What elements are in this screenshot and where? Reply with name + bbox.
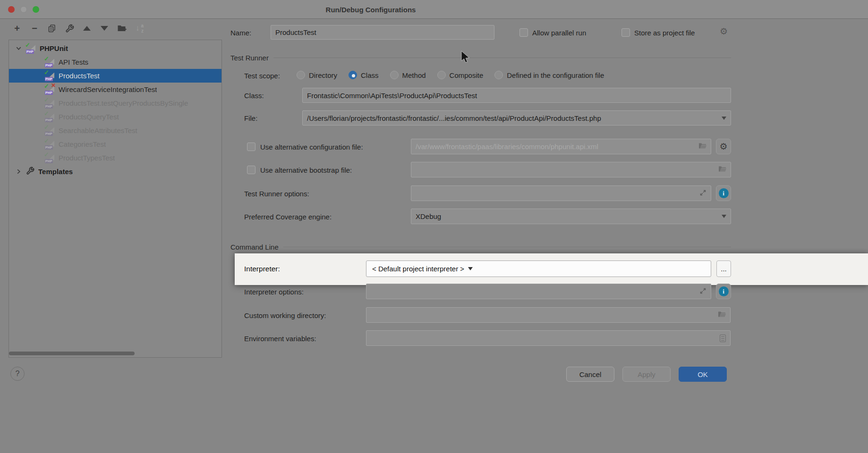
- open-folder-icon[interactable]: [718, 311, 726, 319]
- tree-item-label: ProductTypesTest: [59, 154, 115, 162]
- use-alternative-bootstrap-file-label: Use alternative bootstrap file:: [260, 166, 352, 174]
- environment-variables-input[interactable]: [366, 330, 731, 346]
- radio-icon[interactable]: [494, 71, 503, 79]
- radio-label: Composite: [450, 71, 484, 79]
- tree-item-label: ProductsQueryTest: [59, 113, 119, 121]
- config-tree: PHP✓PHPUnitPHP✓API TestsPHP✓ProductsTest…: [9, 40, 222, 358]
- tree-item-categoriestest[interactable]: PHP✓CategoriesTest: [9, 137, 221, 151]
- tree-item-label: WirecardServiceIntegrationTest: [59, 85, 157, 93]
- radio-icon[interactable]: [437, 71, 446, 79]
- move-down-icon[interactable]: [99, 23, 110, 34]
- tree-item-label: API Tests: [59, 58, 88, 66]
- environment-variables-label: Environment variables:: [244, 335, 316, 343]
- copy-icon[interactable]: [46, 23, 58, 34]
- configuration-settings-button[interactable]: ⚙: [716, 139, 731, 154]
- interpreter-options-label: Interpreter options:: [244, 288, 304, 296]
- use-alternative-bootstrap-file-checkbox[interactable]: [247, 166, 255, 174]
- open-folder-icon[interactable]: [698, 143, 706, 151]
- store-as-project-file-label: Store as project file: [634, 29, 695, 37]
- move-up-icon[interactable]: [81, 23, 93, 34]
- tree-item-productsquerytest[interactable]: PHP✓ProductsQueryTest: [9, 110, 221, 124]
- interpreter-options-input[interactable]: [366, 284, 711, 299]
- test-scope-label: Test scope:: [244, 72, 280, 80]
- info-icon: i: [719, 188, 729, 198]
- test-scope-radio-method[interactable]: Method: [390, 71, 426, 79]
- phpunit-failed-icon: PHP✓✕: [45, 85, 55, 94]
- store-as-project-file-checkbox[interactable]: [621, 28, 630, 37]
- tree-item-templates[interactable]: Templates: [9, 165, 221, 178]
- tree-horizontal-scrollbar[interactable]: [9, 352, 135, 355]
- command-line-section-header: Command Line: [230, 243, 731, 251]
- radio-icon[interactable]: [390, 71, 399, 79]
- test-scope-radio-directory[interactable]: Directory: [297, 71, 337, 79]
- test-runner-options-input[interactable]: [411, 185, 711, 201]
- ok-button[interactable]: OK: [679, 367, 727, 382]
- tree-item-label: Templates: [38, 168, 73, 176]
- tree-item-productstest-testqueryproductsbysingle[interactable]: PHP✓ProductsTest.testQueryProductsBySing…: [9, 96, 221, 110]
- radio-icon[interactable]: [349, 71, 357, 79]
- tree-item-label: PHPUnit: [40, 44, 68, 52]
- test-scope-radio-composite[interactable]: Composite: [437, 71, 484, 79]
- use-alternative-configuration-file-checkbox[interactable]: [247, 143, 255, 151]
- close-window-button[interactable]: [8, 6, 15, 13]
- edit-defaults-wrench-icon[interactable]: [64, 23, 75, 34]
- gear-icon: ⚙: [719, 142, 727, 151]
- new-folder-icon[interactable]: [116, 23, 128, 34]
- interpreter-combobox[interactable]: < Default project interpreter >: [366, 260, 711, 277]
- use-alternative-configuration-file-label: Use alternative configuration file:: [260, 143, 363, 151]
- store-options-gear-icon[interactable]: ⚙: [720, 27, 728, 36]
- help-button[interactable]: ?: [10, 367, 25, 381]
- custom-working-directory-input[interactable]: [366, 307, 731, 323]
- interpreter-label: Interpreter:: [244, 265, 280, 273]
- radio-label: Directory: [309, 71, 337, 79]
- preferred-coverage-engine-combobox[interactable]: XDebug: [411, 209, 731, 224]
- phpunit-icon: PHP✓: [45, 153, 55, 163]
- alternative-bootstrap-file-input[interactable]: [411, 162, 731, 177]
- test-runner-options-info-button[interactable]: i: [716, 185, 731, 201]
- tree-item-producttypestest[interactable]: PHP✓ProductTypesTest: [9, 151, 221, 165]
- tree-item-phpunit[interactable]: PHP✓PHPUnit: [9, 42, 221, 55]
- list-editor-icon[interactable]: [720, 335, 726, 342]
- class-input[interactable]: Frontastic\Common\ApiTests\ProductApi\Pr…: [302, 88, 731, 103]
- radio-label: Defined in the configuration file: [507, 71, 604, 79]
- class-label: Class:: [244, 92, 264, 100]
- chevron-down-icon[interactable]: [722, 215, 726, 218]
- minimize-window-button[interactable]: [20, 6, 27, 13]
- test-scope-radio-class[interactable]: Class: [349, 71, 379, 79]
- file-combobox[interactable]: /Users/florian/projects/frontastic/front…: [302, 110, 731, 126]
- apply-button[interactable]: Apply: [622, 367, 671, 382]
- cancel-button[interactable]: Cancel: [566, 367, 614, 382]
- tree-item-searchableattributestest[interactable]: PHP✓SearchableAttributesTest: [9, 124, 221, 137]
- test-scope-radio-defined-in-the-configuration-file[interactable]: Defined in the configuration file: [494, 71, 604, 79]
- tree-item-label: ProductsTest: [59, 72, 100, 80]
- open-folder-icon[interactable]: [718, 166, 726, 174]
- radio-label: Class: [361, 71, 379, 79]
- name-input[interactable]: [271, 25, 494, 40]
- expand-field-icon[interactable]: [699, 287, 706, 296]
- chevron-right-icon[interactable]: [15, 168, 22, 175]
- tree-item-wirecardserviceintegrationtest[interactable]: PHP✓✕WirecardServiceIntegrationTest: [9, 83, 221, 96]
- interpreter-options-info-button[interactable]: i: [716, 284, 731, 299]
- wrench-icon: [26, 167, 34, 176]
- file-label: File:: [244, 114, 257, 122]
- chevron-down-icon[interactable]: [15, 45, 22, 51]
- interpreter-browse-button[interactable]: ...: [716, 260, 731, 277]
- chevron-down-icon[interactable]: [468, 267, 473, 270]
- alternative-configuration-file-input[interactable]: /var/www/frontastic/paas/libraries/commo…: [411, 139, 711, 154]
- remove-icon[interactable]: −: [29, 23, 40, 34]
- title-bar: Run/Debug Configurations: [0, 0, 868, 19]
- window-title: Run/Debug Configurations: [326, 5, 416, 13]
- tree-item-api-tests[interactable]: PHP✓API Tests: [9, 55, 221, 69]
- expand-field-icon[interactable]: [699, 189, 706, 198]
- add-icon[interactable]: +: [11, 23, 23, 34]
- radio-icon[interactable]: [297, 71, 305, 79]
- tree-item-productstest[interactable]: PHP✓ProductsTest: [9, 69, 221, 83]
- zoom-window-button[interactable]: [33, 6, 39, 13]
- tree-item-label: CategoriesTest: [59, 140, 106, 148]
- chevron-down-icon[interactable]: [722, 117, 726, 120]
- allow-parallel-run-checkbox[interactable]: [519, 28, 528, 37]
- mouse-cursor: [460, 50, 472, 67]
- info-icon: i: [719, 286, 729, 296]
- sort-alphabetically-icon[interactable]: ↓az: [134, 23, 145, 34]
- allow-parallel-run-label: Allow parallel run: [532, 29, 586, 37]
